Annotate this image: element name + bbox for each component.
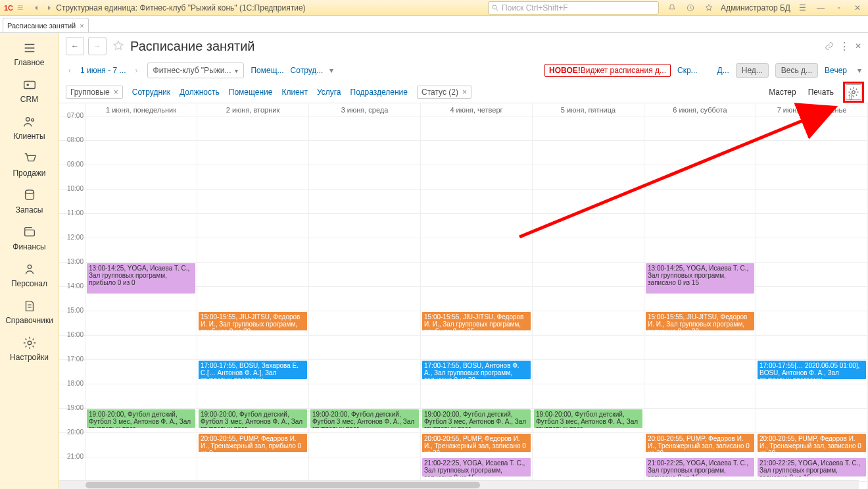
hour-cell[interactable] — [533, 311, 644, 336]
hour-cell[interactable] — [533, 287, 644, 311]
close-page-icon[interactable]: ✕ — [855, 41, 861, 51]
tab-close-icon[interactable]: × — [80, 22, 84, 30]
hour-cell[interactable] — [85, 360, 197, 384]
hour-cell[interactable] — [421, 116, 532, 141]
sidebar-item-sales[interactable]: Продажи — [0, 147, 59, 184]
staff-link[interactable]: Сотруд... — [291, 66, 324, 75]
calendar-event[interactable]: 21:00-22:25, YOGA, Исаева Т. С., Зал гру… — [646, 458, 754, 476]
hour-cell[interactable] — [756, 336, 867, 360]
hour-cell[interactable] — [197, 336, 308, 360]
link-icon[interactable] — [825, 41, 834, 51]
filter-group[interactable]: Групповые× — [66, 86, 123, 99]
day-link[interactable]: Д... — [717, 66, 729, 75]
hour-cell[interactable] — [85, 433, 197, 457]
hour-cell[interactable] — [533, 457, 644, 482]
hour-cell[interactable] — [197, 165, 308, 190]
sidebar-item-finance[interactable]: Финансы — [0, 221, 59, 258]
date-next-icon[interactable]: › — [133, 66, 141, 75]
sidebar-item-crm[interactable]: CRM — [0, 74, 59, 111]
calendar-event[interactable]: 17:00-17:55, BOSU, Антонов Ф. А., Зал гр… — [422, 361, 531, 379]
forward-icon[interactable] — [43, 1, 56, 14]
hour-cell[interactable] — [644, 141, 756, 165]
hour-cell[interactable] — [421, 336, 532, 360]
global-search-input[interactable]: Поиск Ctrl+Shift+F — [488, 1, 659, 14]
hour-cell[interactable] — [197, 384, 308, 409]
hour-cell[interactable] — [644, 360, 756, 384]
hide-link[interactable]: Скр... — [677, 66, 698, 75]
hour-cell[interactable] — [85, 165, 197, 190]
club-select[interactable]: Фитнес-клуб "Рыжи... — [147, 63, 245, 78]
hour-cell[interactable] — [533, 238, 644, 263]
hour-cell[interactable] — [85, 116, 197, 141]
hour-cell[interactable] — [421, 263, 532, 287]
hour-cell[interactable] — [756, 287, 867, 311]
filter-link-2[interactable]: Помещение — [229, 88, 273, 97]
user-label[interactable]: Администратор БД — [721, 3, 790, 13]
hour-cell[interactable] — [533, 384, 644, 409]
hour-cell[interactable] — [421, 287, 532, 311]
hour-cell[interactable] — [197, 190, 308, 214]
calendar-event[interactable]: 15:00-15:55, JIU-JITSU, Федоров И. И., З… — [646, 312, 754, 330]
hour-cell[interactable] — [756, 384, 867, 409]
hour-cell[interactable] — [644, 409, 756, 433]
hour-cell[interactable] — [421, 238, 532, 263]
hour-cell[interactable] — [644, 165, 756, 190]
filter-group-remove-icon[interactable]: × — [114, 88, 118, 97]
menu-icon[interactable]: ☰ — [796, 1, 809, 14]
calendar-event[interactable]: 17:00-17:55, BOSU, Захарова Е. С.[… Анто… — [199, 361, 307, 379]
hour-cell[interactable] — [309, 116, 420, 141]
sidebar-item-clients[interactable]: Клиенты — [0, 111, 59, 147]
hour-cell[interactable] — [533, 141, 644, 165]
hour-cell[interactable] — [197, 457, 308, 482]
calendar-event[interactable]: 21:00-22:25, YOGA, Исаева Т. С., Зал гру… — [758, 458, 866, 476]
calendar-event[interactable]: 15:00-15:55, JIU-JITSU, Федоров И. И., З… — [422, 312, 531, 330]
calendar-event[interactable]: 19:00-20:00, Футбол детский, Футбол 3 ме… — [310, 409, 419, 428]
hour-cell[interactable] — [309, 311, 420, 336]
calendar-event[interactable]: 15:00-15:55, JIU-JITSU, Федоров И. И., З… — [199, 312, 307, 330]
hour-cell[interactable] — [756, 190, 867, 214]
calendar-event[interactable]: 19:00-20:00, Футбол детский, Футбол 3 ме… — [87, 409, 195, 428]
hour-cell[interactable] — [309, 190, 420, 214]
hour-cell[interactable] — [309, 141, 420, 165]
sidebar-item-main[interactable]: Главное — [0, 37, 59, 74]
maximize-icon[interactable]: ▫ — [832, 1, 846, 14]
date-prev-icon[interactable]: ‹ — [66, 66, 74, 75]
hour-cell[interactable] — [85, 336, 197, 360]
tab-schedule[interactable]: Расписание занятий × — [3, 18, 89, 32]
filter-status-remove-icon[interactable]: × — [462, 88, 467, 97]
hour-cell[interactable] — [309, 165, 420, 190]
hour-cell[interactable] — [85, 214, 197, 238]
calendar-event[interactable]: 20:00-20:55, PUMP, Федоров И. И., Тренаж… — [199, 434, 307, 452]
hour-cell[interactable] — [309, 457, 420, 482]
filter-link-0[interactable]: Сотрудник — [132, 88, 170, 97]
filter-link-4[interactable]: Услуга — [317, 88, 341, 97]
filter-link-1[interactable]: Должность — [180, 88, 220, 97]
hour-cell[interactable] — [309, 214, 420, 238]
hour-cell[interactable] — [756, 238, 867, 263]
filter-link-3[interactable]: Клиент — [281, 88, 308, 97]
hour-cell[interactable] — [85, 238, 197, 263]
minimize-icon[interactable]: — — [814, 1, 827, 14]
nav-back-button[interactable]: ← — [66, 37, 84, 55]
hour-cell[interactable] — [309, 384, 420, 409]
hour-cell[interactable] — [197, 287, 308, 311]
master-link[interactable]: Мастер — [769, 88, 796, 97]
hour-cell[interactable] — [309, 336, 420, 360]
hour-cell[interactable] — [197, 214, 308, 238]
hour-cell[interactable] — [756, 311, 867, 336]
calendar-event[interactable]: 21:00-22:25, YOGA, Исаева Т. С., Зал гру… — [422, 458, 531, 476]
sidebar-item-staff[interactable]: Персонал — [0, 258, 59, 295]
hour-cell[interactable] — [197, 141, 308, 165]
settings-gear-button[interactable] — [846, 84, 861, 100]
hour-cell[interactable] — [85, 311, 197, 336]
hour-cell[interactable] — [85, 141, 197, 165]
hour-cell[interactable] — [756, 263, 867, 287]
hour-cell[interactable] — [309, 360, 420, 384]
close-window-icon[interactable]: ✕ — [851, 1, 864, 14]
hour-cell[interactable] — [85, 457, 197, 482]
hour-cell[interactable] — [533, 214, 644, 238]
history-icon[interactable] — [684, 1, 697, 14]
hour-cell[interactable] — [533, 116, 644, 141]
hour-cell[interactable] — [533, 190, 644, 214]
favorite-star-icon[interactable] — [110, 38, 126, 54]
